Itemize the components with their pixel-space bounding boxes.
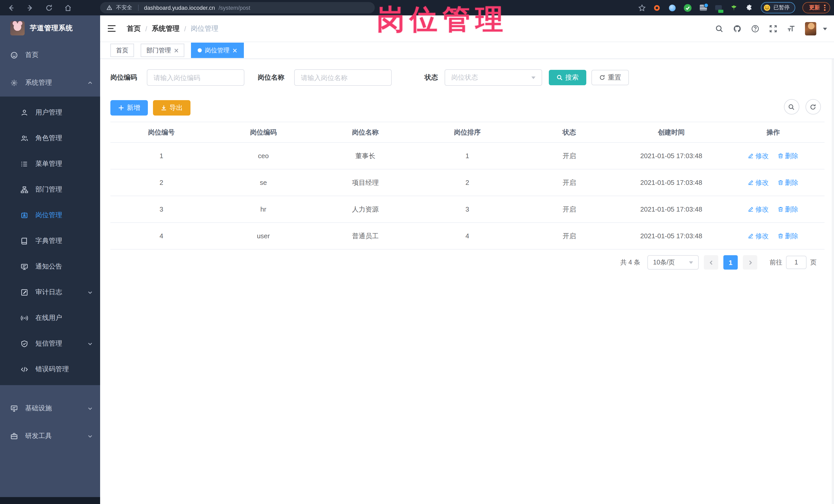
page-number-current[interactable]: 1 [723, 255, 738, 269]
dictionary-icon [21, 237, 28, 245]
reload-icon[interactable] [45, 4, 53, 12]
sidebar-item-dict-mgmt[interactable]: 字典管理 [0, 228, 100, 254]
status-select[interactable]: 岗位状态 [445, 69, 542, 86]
tab-label: 岗位管理 [205, 46, 229, 55]
search-icon [556, 74, 563, 81]
delete-link[interactable]: 删除 [778, 231, 798, 241]
sidebar-item-error-code[interactable]: 错误码管理 [0, 356, 100, 382]
extension-check-icon[interactable] [684, 4, 692, 12]
header-actions [715, 16, 827, 42]
annotation-title: 岗位管理 [377, 4, 508, 35]
col-post-name: 岗位名称 [314, 122, 416, 143]
sidebar-item-label: 短信管理 [36, 339, 80, 348]
close-icon[interactable] [233, 48, 237, 52]
sidebar-item-post-mgmt[interactable]: 岗位管理 [0, 202, 100, 228]
home-icon[interactable] [64, 4, 72, 12]
edit-link[interactable]: 修改 [748, 178, 769, 187]
cell-created: 2021-01-05 17:03:48 [620, 223, 722, 249]
breadcrumb-home[interactable]: 首页 [127, 24, 141, 34]
chevron-up-icon [87, 80, 93, 86]
tab-home[interactable]: 首页 [110, 44, 134, 57]
add-button[interactable]: 新增 [110, 100, 148, 115]
update-button[interactable]: 更新 [803, 2, 830, 13]
sidebar-item-sms-mgmt[interactable]: 短信管理 [0, 331, 100, 356]
sidebar-item-system[interactable]: 系统管理 [0, 69, 100, 96]
bookmark-star-icon[interactable] [638, 4, 645, 12]
fullscreen-icon[interactable] [769, 25, 777, 33]
sidebar-item-notice[interactable]: 通知公告 [0, 254, 100, 279]
chevron-down-icon[interactable] [823, 27, 827, 30]
sidebar-item-audit-log[interactable]: 审计日志 [0, 279, 100, 305]
export-button[interactable]: 导出 [153, 100, 191, 115]
extensions-puzzle-icon[interactable] [745, 4, 753, 12]
font-size-icon[interactable] [787, 25, 795, 33]
delete-link[interactable]: 删除 [778, 178, 798, 187]
edit-link[interactable]: 修改 [748, 151, 769, 160]
app-logo-row[interactable]: 芋道管理系统 [0, 16, 100, 41]
goto-page-input[interactable] [786, 256, 807, 269]
edit-link[interactable]: 修改 [748, 205, 769, 214]
col-created: 创建时间 [620, 122, 722, 143]
extension-bars-icon[interactable] [699, 4, 707, 12]
cell-post-id: 2 [110, 169, 212, 196]
sidebar-item-online-users[interactable]: 在线用户 [0, 305, 100, 331]
page-size-select[interactable]: 10条/页 [648, 255, 699, 269]
delete-link[interactable]: 删除 [778, 151, 798, 160]
close-icon[interactable] [174, 48, 179, 52]
scrollbar-track[interactable] [831, 59, 834, 504]
github-icon[interactable] [733, 25, 741, 33]
breadcrumb-separator: / [184, 25, 186, 32]
post-name-input[interactable] [294, 69, 392, 86]
address-bar[interactable]: 不安全 dashboard.yudao.iocoder.cn/system/po… [100, 2, 375, 13]
extension-drop-icon[interactable] [668, 4, 676, 12]
kebab-menu-icon[interactable] [824, 5, 825, 11]
collapse-sidebar-icon[interactable] [107, 25, 116, 32]
help-icon[interactable] [751, 25, 759, 33]
table-row: 4 user 普通员工 4 开启 2021-01-05 17:03:48 修改 … [110, 223, 824, 249]
smiley-avatar-icon [763, 4, 770, 11]
extension-donut-icon[interactable] [653, 4, 661, 12]
search-toggle-button[interactable] [784, 99, 799, 114]
forward-icon[interactable] [26, 4, 34, 12]
sidebar-item-menu-mgmt[interactable]: 菜单管理 [0, 151, 100, 177]
sidebar-item-home[interactable]: 首页 [0, 41, 100, 69]
search-button[interactable]: 搜索 [549, 70, 586, 85]
extension-gtm-icon[interactable] [715, 4, 723, 12]
refresh-button[interactable] [805, 99, 821, 114]
url-domain[interactable]: dashboard.yudao.iocoder.cn [144, 5, 215, 11]
page-unit-label: 页 [810, 258, 816, 267]
avatar[interactable] [805, 22, 816, 36]
sidebar-item-label: 审计日志 [36, 288, 80, 297]
chevron-left-icon [709, 260, 714, 265]
security-label[interactable]: 不安全 [116, 4, 132, 11]
posts-table: 岗位编号 岗位编码 岗位名称 岗位排序 状态 创建时间 操作 1 ceo 董事长… [110, 122, 824, 249]
delete-link[interactable]: 删除 [778, 205, 798, 214]
chevron-down-icon [87, 433, 93, 439]
breadcrumb-system[interactable]: 系统管理 [152, 24, 180, 34]
paused-label: 已暂停 [773, 4, 790, 11]
search-icon[interactable] [715, 25, 723, 33]
prev-page-button[interactable] [704, 255, 718, 269]
sidebar-submenu-system: 用户管理 角色管理 菜单管理 部门管理 岗位管理 字典管理 [0, 96, 100, 385]
sidebar-item-dev-tools[interactable]: 研发工具 [0, 422, 100, 450]
url-path[interactable]: /system/post [218, 5, 250, 11]
profile-paused-badge[interactable]: 已暂停 [761, 2, 795, 13]
cell-post-code: hr [212, 196, 314, 223]
sidebar-item-role-mgmt[interactable]: 角色管理 [0, 125, 100, 151]
tags-view: 首页 部门管理 岗位管理 [100, 42, 834, 59]
role-icon [21, 134, 28, 142]
edit-link[interactable]: 修改 [748, 231, 769, 241]
sidebar-item-user-mgmt[interactable]: 用户管理 [0, 100, 100, 125]
next-page-button[interactable] [743, 255, 757, 269]
tab-dept-mgmt[interactable]: 部门管理 [141, 44, 184, 57]
sidebar-item-dept-mgmt[interactable]: 部门管理 [0, 177, 100, 202]
back-icon[interactable] [7, 4, 15, 12]
tab-post-mgmt[interactable]: 岗位管理 [191, 43, 244, 58]
sms-icon [21, 340, 28, 347]
extension-sprout-icon[interactable] [730, 4, 738, 12]
reset-button[interactable]: 重置 [591, 70, 629, 85]
post-code-input[interactable] [147, 69, 244, 86]
sidebar-item-infrastructure[interactable]: 基础设施 [0, 394, 100, 422]
org-tree-icon [21, 185, 28, 193]
main-content: 岗位编码 岗位名称 状态 岗位状态 搜索 重置 新增 [100, 59, 834, 504]
